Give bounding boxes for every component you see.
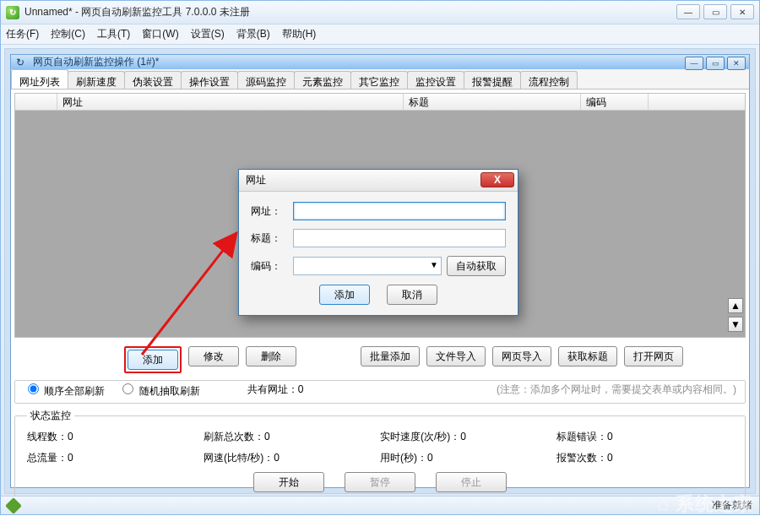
app-icon: ↻ bbox=[6, 6, 19, 19]
stop-button[interactable]: 停止 bbox=[436, 472, 507, 492]
stat-time: 用时(秒)：0 bbox=[380, 451, 556, 465]
web-import-button[interactable]: 网页导入 bbox=[492, 346, 551, 366]
menubar: 任务(F) 控制(C) 工具(T) 窗口(W) 设置(S) 背景(B) 帮助(H… bbox=[1, 24, 759, 45]
window-title: Unnamed* - 网页自动刷新监控工具 7.0.0.0 未注册 bbox=[24, 5, 250, 19]
tab-other-monitor[interactable]: 其它监控 bbox=[350, 71, 408, 89]
delete-button[interactable]: 删除 bbox=[246, 346, 296, 366]
tab-bar: 网址列表 刷新速度 伪装设置 操作设置 源码监控 元素监控 其它监控 监控设置 … bbox=[11, 69, 749, 90]
radio-random[interactable]: 随机抽取刷新 bbox=[118, 381, 199, 399]
file-import-button[interactable]: 文件导入 bbox=[426, 346, 486, 366]
maximize-button[interactable]: ▭ bbox=[703, 4, 727, 19]
dlg-title-label: 标题： bbox=[251, 231, 288, 246]
stat-traffic: 总流量：0 bbox=[27, 451, 204, 465]
child-close-button[interactable]: ✕ bbox=[727, 57, 746, 70]
dlg-title-input[interactable] bbox=[293, 229, 506, 247]
stat-alarm: 报警次数：0 bbox=[556, 451, 733, 465]
close-button[interactable]: ✕ bbox=[730, 4, 754, 19]
status-group: 状态监控 线程数：0 刷新总次数：0 实时速度(次/秒)：0 标题错误：0 总流… bbox=[14, 409, 746, 500]
batch-add-button[interactable]: 批量添加 bbox=[361, 346, 420, 366]
dialog-title: 网址 bbox=[246, 173, 266, 187]
radio-all[interactable]: 顺序全部刷新 bbox=[24, 381, 105, 399]
open-web-button[interactable]: 打开网页 bbox=[624, 346, 683, 366]
menu-window[interactable]: 窗口(W) bbox=[142, 27, 178, 41]
tab-source-monitor[interactable]: 源码监控 bbox=[237, 71, 295, 89]
col-blank[interactable] bbox=[15, 94, 57, 110]
dialog-close-button[interactable]: X bbox=[480, 172, 514, 187]
stat-refresh-total: 刷新总次数：0 bbox=[204, 430, 380, 444]
scroll-up-button[interactable]: ▲ bbox=[728, 298, 743, 313]
tab-alarm[interactable]: 报警提醒 bbox=[464, 71, 521, 89]
scroll-down-button[interactable]: ▼ bbox=[728, 317, 743, 332]
minimize-button[interactable]: — bbox=[676, 4, 700, 19]
stat-speed: 实时速度(次/秒)：0 bbox=[380, 430, 556, 444]
menu-control[interactable]: 控制(C) bbox=[51, 27, 85, 41]
edit-button[interactable]: 修改 bbox=[188, 346, 239, 366]
child-minimize-button[interactable]: — bbox=[685, 57, 703, 70]
watermark: ⌂ 系统之家 bbox=[658, 493, 753, 515]
dlg-url-input[interactable] bbox=[293, 202, 506, 220]
dlg-encoding-combo[interactable] bbox=[293, 257, 442, 275]
plug-icon bbox=[5, 497, 22, 514]
get-title-button[interactable]: 获取标题 bbox=[558, 346, 617, 366]
menu-help[interactable]: 帮助(H) bbox=[282, 27, 317, 41]
menu-task[interactable]: 任务(F) bbox=[6, 27, 39, 41]
col-title[interactable]: 标题 bbox=[404, 94, 581, 110]
tab-fake-settings[interactable]: 伪装设置 bbox=[124, 71, 182, 89]
start-button[interactable]: 开始 bbox=[253, 472, 324, 492]
tab-url-list[interactable]: 网址列表 bbox=[11, 69, 68, 89]
child-app-icon: ↻ bbox=[16, 57, 28, 68]
url-count-label: 共有网址：0 bbox=[247, 383, 304, 397]
tab-element-monitor[interactable]: 元素监控 bbox=[294, 71, 351, 89]
dlg-url-label: 网址： bbox=[251, 204, 288, 219]
stat-threads: 线程数：0 bbox=[27, 430, 204, 444]
tab-refresh-speed[interactable]: 刷新速度 bbox=[68, 71, 125, 89]
highlight-box: 添加 bbox=[124, 346, 182, 373]
note-text: (注意：添加多个网址时，需要提交表单或内容相同。) bbox=[497, 383, 736, 397]
status-legend: 状态监控 bbox=[27, 409, 74, 423]
list-header: 网址 标题 编码 bbox=[15, 94, 745, 111]
pause-button[interactable]: 暂停 bbox=[345, 472, 415, 492]
menu-settings[interactable]: 设置(S) bbox=[191, 27, 225, 41]
child-window-title: 网页自动刷新监控操作 (1#)* bbox=[33, 55, 159, 69]
action-row: 添加 修改 删除 批量添加 文件导入 网页导入 获取标题 打开网页 bbox=[14, 338, 746, 380]
tab-flow-control[interactable]: 流程控制 bbox=[520, 71, 578, 89]
col-url[interactable]: 网址 bbox=[57, 94, 404, 110]
child-titlebar: ↻ 网页自动刷新监控操作 (1#)* — ▭ ✕ bbox=[11, 55, 749, 69]
statusbar: 准备就绪 bbox=[1, 496, 759, 514]
add-button[interactable]: 添加 bbox=[128, 350, 178, 370]
tab-monitor-settings[interactable]: 监控设置 bbox=[407, 71, 464, 89]
dialog-titlebar[interactable]: 网址 X bbox=[239, 170, 518, 192]
stat-net: 网速(比特/秒)：0 bbox=[204, 451, 380, 465]
dialog-add-button[interactable]: 添加 bbox=[319, 285, 370, 305]
refresh-mode-group: 顺序全部刷新 随机抽取刷新 共有网址：0 (注意：添加多个网址时，需要提交表单或… bbox=[14, 380, 746, 404]
dialog-cancel-button[interactable]: 取消 bbox=[387, 285, 437, 305]
dlg-encoding-label: 编码： bbox=[251, 259, 288, 274]
menu-background[interactable]: 背景(B) bbox=[236, 27, 270, 41]
child-maximize-button[interactable]: ▭ bbox=[706, 57, 725, 70]
col-encoding[interactable]: 编码 bbox=[581, 94, 649, 110]
auto-get-button[interactable]: 自动获取 bbox=[447, 256, 506, 276]
url-dialog: 网址 X 网址： 标题： 编码： ▼ 自动获取 添加 取消 bbox=[238, 169, 518, 316]
titlebar: ↻ Unnamed* - 网页自动刷新监控工具 7.0.0.0 未注册 — ▭ … bbox=[1, 1, 759, 24]
menu-tools[interactable]: 工具(T) bbox=[97, 27, 130, 41]
stat-title-err: 标题错误：0 bbox=[556, 430, 733, 444]
tab-operation[interactable]: 操作设置 bbox=[181, 71, 238, 89]
